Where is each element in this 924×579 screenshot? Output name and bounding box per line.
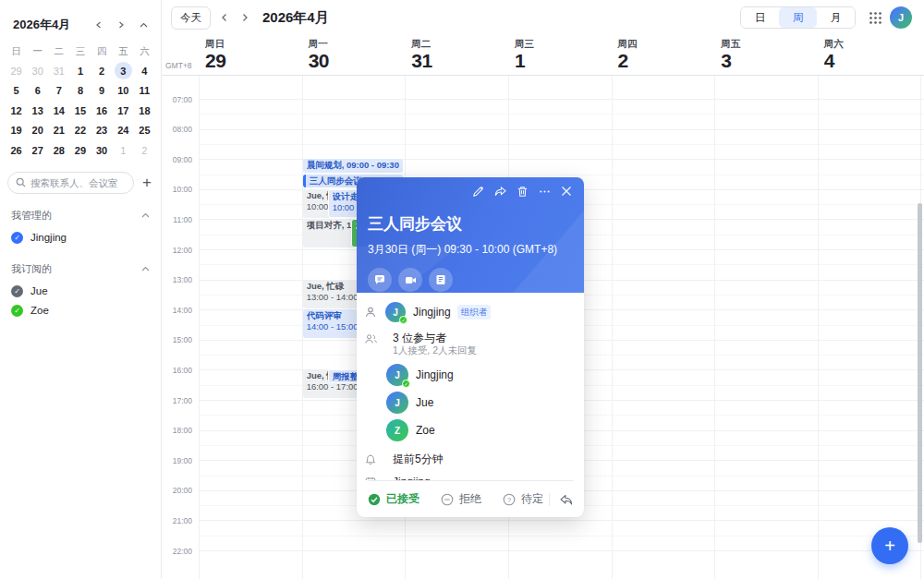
mini-day[interactable]: 29 <box>69 140 91 161</box>
mini-day[interactable]: 16 <box>91 101 113 121</box>
meeting-notes-button[interactable] <box>429 268 453 292</box>
mini-weekday-label: 五 <box>113 42 134 59</box>
mini-day[interactable]: 7 <box>48 81 69 102</box>
mini-day[interactable]: 17 <box>113 101 134 121</box>
search-icon <box>16 177 26 187</box>
sidebar: 2026年4月 日一二三四五六 293031123456789101112131… <box>0 0 162 579</box>
chat-button[interactable] <box>368 268 392 292</box>
calendar-check-icon: ✓ <box>11 232 23 244</box>
mini-day[interactable]: 22 <box>69 121 91 141</box>
apps-grid-icon[interactable] <box>869 11 882 25</box>
participant-row[interactable]: J✓Jingjing <box>378 364 575 386</box>
view-tab-日[interactable]: 日 <box>741 7 779 28</box>
mini-day[interactable]: 18 <box>134 101 155 121</box>
mini-day[interactable]: 29 <box>6 61 27 81</box>
mini-day[interactable]: 11 <box>134 81 155 102</box>
mini-day[interactable]: 27 <box>27 140 48 161</box>
mini-next-icon[interactable] <box>115 18 128 31</box>
time-label: 10:00 <box>162 185 192 194</box>
share-icon[interactable] <box>493 185 506 198</box>
today-button[interactable]: 今天 <box>171 6 211 30</box>
search-box[interactable] <box>7 172 134 194</box>
search-input[interactable] <box>30 177 126 188</box>
mini-weekday-label: 六 <box>134 42 155 59</box>
mini-day[interactable]: 4 <box>134 61 155 81</box>
mini-day[interactable]: 3 <box>113 61 134 81</box>
mini-day[interactable]: 21 <box>48 121 69 141</box>
mini-day[interactable]: 9 <box>91 81 113 102</box>
calendar-list-item[interactable]: ✓Zoe <box>9 301 152 320</box>
mini-day[interactable]: 1 <box>113 140 134 161</box>
mini-day[interactable]: 24 <box>113 121 134 141</box>
day-header[interactable]: 周五3 <box>714 35 818 75</box>
mini-day[interactable]: 20 <box>27 121 48 141</box>
mini-day[interactable]: 14 <box>48 101 69 121</box>
participant-row[interactable]: ZZoe <box>378 419 575 441</box>
mini-day[interactable]: 6 <box>27 81 48 102</box>
time-label: 07:00 <box>162 95 192 104</box>
view-tab-周[interactable]: 周 <box>779 7 817 28</box>
mini-day[interactable]: 30 <box>91 140 113 161</box>
next-week-icon[interactable] <box>238 13 251 22</box>
rsvp-accepted-button[interactable]: 已接受 <box>368 491 419 507</box>
calendar-check-icon: ✓ <box>11 305 23 317</box>
day-header[interactable]: 周三1 <box>508 35 612 75</box>
delete-icon[interactable] <box>516 185 529 198</box>
edit-icon[interactable] <box>471 185 484 198</box>
time-label: 17:00 <box>162 396 192 405</box>
mini-day[interactable]: 19 <box>6 121 27 141</box>
calendar-section: 我订阅的✓Jue✓Zoe <box>0 247 161 320</box>
day-header[interactable]: 周日29 <box>199 35 302 75</box>
mini-day[interactable]: 12 <box>6 101 27 121</box>
half-hour-line <box>199 536 924 537</box>
mini-day[interactable]: 13 <box>27 101 48 121</box>
mini-weekday-label: 三 <box>69 42 91 59</box>
day-header[interactable]: 周二31 <box>405 35 508 75</box>
mini-day[interactable]: 2 <box>134 140 155 161</box>
prev-week-icon[interactable] <box>218 13 231 22</box>
calendar-section-header[interactable]: 我管理的 <box>9 207 152 228</box>
rsvp-reply-button[interactable] <box>555 493 573 506</box>
view-tab-月[interactable]: 月 <box>817 7 855 28</box>
rsvp-tentative-button[interactable]: ? 待定 <box>503 491 543 507</box>
mini-prev-icon[interactable] <box>92 18 105 31</box>
calendar-check-icon: ✓ <box>11 285 23 297</box>
user-avatar[interactable]: J <box>890 6 912 29</box>
mini-day[interactable]: 5 <box>6 81 27 102</box>
person-icon <box>364 307 377 318</box>
calendar-list-item[interactable]: ✓Jingjing <box>9 228 152 247</box>
mini-day[interactable]: 31 <box>48 61 69 81</box>
day-header[interactable]: 周六4 <box>818 35 921 75</box>
mini-day[interactable]: 28 <box>48 140 69 161</box>
day-header[interactable]: 周一30 <box>302 35 406 75</box>
mini-day[interactable]: 2 <box>91 61 113 81</box>
event[interactable]: 晨间规划, 09:00 - 09:30 <box>303 159 404 173</box>
half-hour-line <box>199 114 924 115</box>
mini-day[interactable]: 30 <box>27 61 48 81</box>
vertical-scrollbar[interactable] <box>918 203 922 543</box>
mini-day[interactable]: 1 <box>69 61 91 81</box>
close-icon[interactable] <box>560 185 573 198</box>
mini-day[interactable]: 25 <box>134 121 155 141</box>
mini-day[interactable]: 26 <box>6 140 27 161</box>
mini-day[interactable]: 15 <box>69 101 91 121</box>
day-header[interactable]: 周四2 <box>612 35 715 75</box>
mini-collapse-icon[interactable] <box>137 18 150 31</box>
video-call-button[interactable] <box>398 268 422 292</box>
add-calendar-button[interactable]: + <box>140 175 153 190</box>
calendar-list-item[interactable]: ✓Jue <box>9 282 152 301</box>
column-divider <box>199 76 200 579</box>
time-label: 14:00 <box>162 306 192 315</box>
more-icon[interactable] <box>538 185 551 198</box>
create-event-button[interactable]: + <box>871 527 908 564</box>
mini-day[interactable]: 10 <box>113 81 134 102</box>
calendar-section-header[interactable]: 我订阅的 <box>9 260 152 282</box>
participant-row[interactable]: JJue <box>378 392 575 414</box>
popup-event-title: 三人同步会议 <box>368 213 573 235</box>
time-label: 15:00 <box>162 335 192 344</box>
organizer-row: J✓ Jingjing 组织者 <box>364 302 575 322</box>
mini-day[interactable]: 23 <box>91 121 113 141</box>
rsvp-decline-button[interactable]: 拒绝 <box>441 491 481 507</box>
organizer-badge: 组织者 <box>457 305 492 320</box>
mini-day[interactable]: 8 <box>69 81 91 102</box>
